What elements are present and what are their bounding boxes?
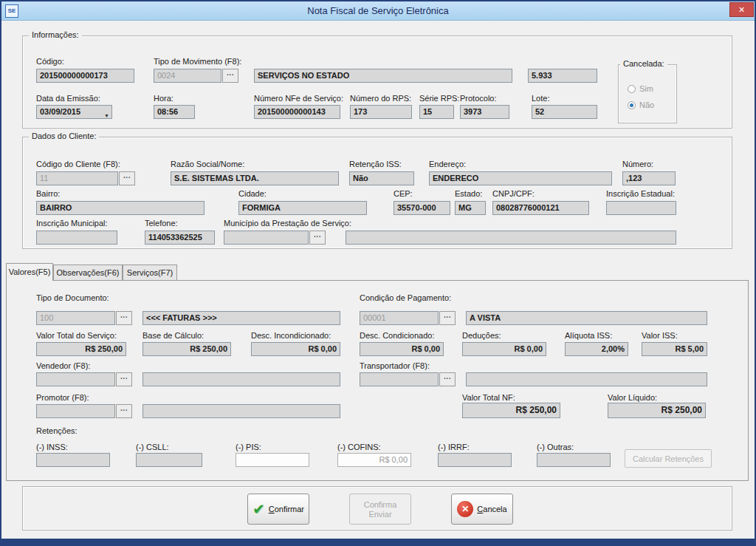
- lote-field[interactable]: 52: [532, 105, 597, 119]
- inscricao-municipal-field[interactable]: [36, 231, 117, 245]
- desc-condicionado-field[interactable]: R$ 0,00: [360, 342, 444, 356]
- municipio-prestacao-desc-field[interactable]: [346, 231, 676, 245]
- calcular-retencoes-button[interactable]: Calcular Retenções: [625, 449, 712, 468]
- tipo-movimento-desc-field[interactable]: SERVIÇOS NO ESTADO: [254, 69, 512, 83]
- tab-observacoes[interactable]: Observações(F6): [53, 265, 123, 281]
- numero-endereco-field[interactable]: ,123: [622, 171, 676, 185]
- csll-field[interactable]: [136, 453, 202, 467]
- nfse-window: SE Nota Fiscal de Serviço Eletrônica ✕ I…: [1, 1, 755, 539]
- cnpj-field[interactable]: 08028776000121: [492, 201, 589, 215]
- base-calculo-field[interactable]: R$ 250,00: [142, 342, 231, 356]
- numero-rps-field[interactable]: 173: [350, 105, 412, 119]
- cofins-label: (-) COFINS:: [337, 443, 381, 451]
- codigo-cliente-browse-button[interactable]: ···: [119, 171, 135, 185]
- pis-field[interactable]: [236, 453, 309, 467]
- transportador-desc-field[interactable]: [466, 372, 707, 386]
- tipo-documento-browse-button[interactable]: ···: [116, 311, 132, 325]
- vendedor-desc-field[interactable]: [142, 372, 340, 386]
- condicao-pagamento-desc-field[interactable]: A VISTA: [466, 311, 707, 325]
- hora-field[interactable]: 08:56: [154, 105, 195, 119]
- confirmar-label: Confirmar: [269, 505, 304, 513]
- dados-cliente-group: Dados do Cliente: Código do Cliente (F8)…: [22, 137, 732, 249]
- outras-field[interactable]: [537, 453, 611, 467]
- data-emissao-combobox[interactable]: 03/09/2015 ▼: [36, 105, 112, 119]
- municipio-prestacao-field[interactable]: [224, 231, 309, 245]
- tipo-movimento-code-field[interactable]: 0024: [154, 69, 221, 83]
- tipo-documento-code-field[interactable]: 100: [36, 311, 115, 325]
- cofins-field[interactable]: R$ 0,00: [337, 453, 411, 467]
- data-emissao-label: Data da Emissão:: [36, 94, 100, 103]
- x-circle-icon: ✕: [457, 501, 473, 517]
- close-button[interactable]: ✕: [729, 2, 754, 17]
- informacoes-legend: Informações:: [29, 30, 82, 39]
- retencao-iss-field[interactable]: Não: [349, 171, 414, 185]
- data-emissao-value: 03/09/2015: [40, 107, 80, 116]
- desc-incondicionado-label: Desc. Incondicionado:: [251, 331, 331, 340]
- numero-nfe-field[interactable]: 201500000000143: [254, 105, 340, 119]
- tipo-movimento-browse-button[interactable]: ···: [222, 69, 238, 83]
- desc-incondicionado-field[interactable]: R$ 0,00: [251, 342, 340, 356]
- cidade-field[interactable]: FORMIGA: [238, 201, 367, 215]
- retencoes-label: Retenções:: [36, 426, 78, 435]
- tab-servicos[interactable]: Serviços(F7): [123, 265, 177, 281]
- razao-social-field[interactable]: S.E. SISTEMAS LTDA.: [171, 171, 339, 185]
- transportador-browse-button[interactable]: ···: [439, 372, 456, 386]
- telefone-field[interactable]: 114053362525: [145, 231, 215, 245]
- inscricao-estadual-label: Inscrição Estadual:: [606, 189, 675, 198]
- protocolo-field[interactable]: 3973: [460, 105, 509, 119]
- cidade-label: Cidade:: [238, 189, 267, 198]
- transportador-label: Transportador (F8):: [360, 361, 430, 370]
- cep-label: CEP:: [394, 189, 413, 198]
- bairro-field[interactable]: BAIRRO: [36, 201, 205, 215]
- codigo-cliente-field[interactable]: 11: [36, 171, 118, 185]
- hora-label: Hora:: [154, 94, 173, 103]
- serie-rps-label: Série RPS:: [419, 94, 459, 103]
- valor-total-nf-label: Valor Total NF:: [462, 393, 515, 402]
- valor-iss-label: Valor ISS:: [642, 331, 678, 340]
- inscricao-estadual-field[interactable]: [606, 201, 676, 215]
- confirma-enviar-button[interactable]: Confirma Enviar: [349, 494, 411, 525]
- municipio-prestacao-browse-button[interactable]: ···: [309, 231, 326, 245]
- numero-nfe-label: Número NFe de Serviço:: [254, 94, 343, 103]
- estado-field[interactable]: MG: [455, 201, 486, 215]
- transportador-code-field[interactable]: [360, 372, 439, 386]
- valor-iss-field[interactable]: R$ 5,00: [642, 342, 707, 356]
- tipo-documento-desc-field[interactable]: <<< FATURAS >>>: [142, 311, 340, 325]
- valor-liquido-field[interactable]: R$ 250,00: [608, 403, 706, 418]
- cancela-button[interactable]: ✕ Cancela: [451, 494, 513, 525]
- chevron-down-icon[interactable]: ▼: [104, 109, 109, 119]
- irrf-field[interactable]: [438, 453, 512, 467]
- confirmar-button[interactable]: ✔ Confirmar: [247, 494, 309, 525]
- promotor-desc-field[interactable]: [142, 404, 340, 418]
- endereco-field[interactable]: ENDERECO: [429, 171, 612, 185]
- promotor-browse-button[interactable]: ···: [116, 404, 132, 418]
- extra-value-field[interactable]: 5.933: [528, 69, 597, 83]
- tab-valores[interactable]: Valores(F5): [6, 263, 53, 281]
- aliquota-iss-field[interactable]: 2,00%: [565, 342, 628, 356]
- informacoes-group: Informações: Código: 201500000000173 Tip…: [22, 35, 732, 129]
- promotor-code-field[interactable]: [36, 404, 115, 418]
- cep-field[interactable]: 35570-000: [394, 201, 450, 215]
- cancelada-sim-radio[interactable]: Sim: [628, 84, 653, 93]
- estado-label: Estado:: [455, 189, 482, 198]
- retencao-iss-label: Retenção ISS:: [349, 160, 402, 168]
- csll-label: (-) CSLL:: [136, 443, 169, 451]
- serie-rps-field[interactable]: 15: [419, 105, 454, 119]
- deducoes-field[interactable]: R$ 0,00: [462, 342, 546, 356]
- endereco-label: Endereço:: [429, 160, 466, 168]
- condicao-pagamento-browse-button[interactable]: ···: [439, 311, 456, 325]
- cancelada-nao-radio[interactable]: Não: [628, 100, 654, 109]
- titlebar[interactable]: SE Nota Fiscal de Serviço Eletrônica ✕: [1, 1, 755, 21]
- vendedor-code-field[interactable]: [36, 372, 115, 386]
- valor-liquido-label: Valor Líquido:: [608, 393, 657, 402]
- codigo-cliente-label: Código do Cliente (F8):: [36, 160, 120, 168]
- inss-field[interactable]: [36, 453, 110, 467]
- inss-label: (-) INSS:: [36, 443, 68, 451]
- valor-total-servico-field[interactable]: R$ 250,00: [36, 342, 126, 356]
- vendedor-browse-button[interactable]: ···: [116, 372, 132, 386]
- cancela-label: Cancela: [477, 505, 506, 513]
- condicao-pagamento-code-field[interactable]: 00001: [360, 311, 439, 325]
- telefone-label: Telefone:: [145, 219, 178, 228]
- valor-total-nf-field[interactable]: R$ 250,00: [462, 403, 560, 418]
- codigo-field[interactable]: 201500000000173: [36, 69, 134, 83]
